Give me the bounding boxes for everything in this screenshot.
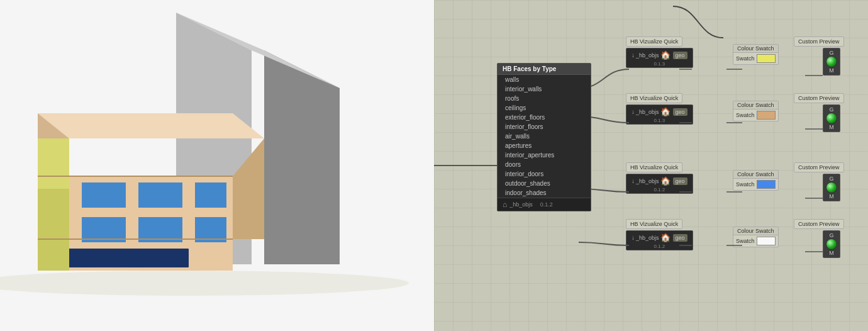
custom-preview-label-4: Custom Preview [794,219,844,229]
svg-rect-8 [82,182,126,208]
m-label-2: M [829,124,834,130]
menu-item-walls[interactable]: walls [498,75,591,84]
menu-item-apertures[interactable]: apertures [498,141,591,150]
menu-item-indoor-shades[interactable]: indoor_shades [498,188,591,198]
geo-label-3: geo [673,177,687,185]
menu-item-interior-apertures[interactable]: interior_apertures [498,150,591,160]
g-label-2: G [829,106,833,113]
menu-item-interior-doors[interactable]: interior_doors [498,169,591,179]
custom-preview-label-3: Custom Preview [794,162,844,172]
swatch-label-4: Swatch [736,238,755,244]
menu-item-ceilings[interactable]: ceilings [498,103,591,113]
g-label-4: G [829,232,833,238]
menu-item-interior-floors[interactable]: interior_floors [498,122,591,132]
sphere-icon-4 [826,238,837,250]
hb-objs-row-1: ↓ _hb_objs 🏠 geo 0.1.3 [626,48,693,68]
m-label-1: M [829,67,834,74]
swatch-label-2: Swatch [736,112,755,118]
hb-objs-label-1: _hb_objs [636,52,659,59]
m-label-4: M [829,250,834,256]
svg-rect-14 [63,249,189,267]
hb-objs-row-3: ↓ _hb_objs 🏠 geo 0.1.2 [626,174,693,194]
swatch-color-2[interactable] [757,111,776,120]
swatch-label-1: Swatch [736,55,755,62]
arrow-icon-2: ↓ [632,108,635,115]
viewport-3d[interactable] [0,0,434,331]
hb-faces-title: HB Faces by Type [498,64,591,75]
node-editor[interactable]: HB Faces by Type walls interior_walls ro… [434,0,868,331]
menu-item-interior-walls[interactable]: interior_walls [498,84,591,94]
svg-marker-16 [38,138,69,189]
geo-label-2: geo [673,108,687,116]
hb-faces-footer: ⌂ _hb_objs 0.1.2 [498,198,591,211]
arrow-icon-1: ↓ [632,52,635,59]
swatch-title-2: Colour Swatch [733,101,778,109]
hb-objs-label-3: _hb_objs [636,178,659,184]
menu-item-doors[interactable]: doors [498,160,591,169]
g-label-1: G [829,50,833,56]
swatch-title-4: Colour Swatch [733,227,778,235]
m-label-3: M [829,193,834,199]
viz-label-1: HB Vizualize Quick [626,36,682,47]
sphere-icon-1 [826,56,837,67]
hb-objs-label-2: _hb_objs [636,109,659,115]
hb-objs-row-4: ↓ _hb_objs 🏠 geo 0.1.2 [626,230,693,250]
house-icon-3: 🏠 [660,176,670,186]
swatch-color-3[interactable] [757,180,776,189]
menu-item-exterior-floors[interactable]: exterior_floors [498,113,591,122]
menu-item-roofs[interactable]: roofs [498,94,591,103]
swatch-color-4[interactable] [757,237,776,245]
hb-objs-row-2: ↓ _hb_objs 🏠 geo 0.1.3 [626,104,693,125]
swatch-label-3: Swatch [736,181,755,188]
arrow-icon-4: ↓ [632,234,635,241]
house-icon-4: 🏠 [660,233,670,242]
custom-preview-label-2: Custom Preview [794,93,844,103]
svg-marker-15 [38,189,69,271]
house-icon-2: 🏠 [660,107,670,116]
menu-item-outdoor-shades[interactable]: outdoor_shades [498,179,591,188]
geo-label-4: geo [673,234,687,242]
viz-label-4: HB Vizualize Quick [626,219,682,229]
geo-label-1: geo [673,52,687,59]
arrow-icon-3: ↓ [632,177,635,184]
custom-preview-label-1: Custom Preview [794,36,844,47]
g-label-3: G [829,176,833,182]
swatch-title-3: Colour Swatch [733,171,778,179]
sphere-icon-2 [826,113,837,124]
house-icon-1: 🏠 [660,50,670,60]
hb-objs-label-4: _hb_objs [636,235,659,241]
swatch-title-1: Colour Swatch [733,45,778,53]
svg-rect-9 [138,182,182,208]
swatch-color-1[interactable] [757,54,776,63]
viz-label-2: HB Vizualize Quick [626,93,682,103]
menu-item-air-walls[interactable]: air_walls [498,132,591,141]
viz-label-3: HB Vizualize Quick [626,162,682,172]
sphere-icon-3 [826,182,837,193]
